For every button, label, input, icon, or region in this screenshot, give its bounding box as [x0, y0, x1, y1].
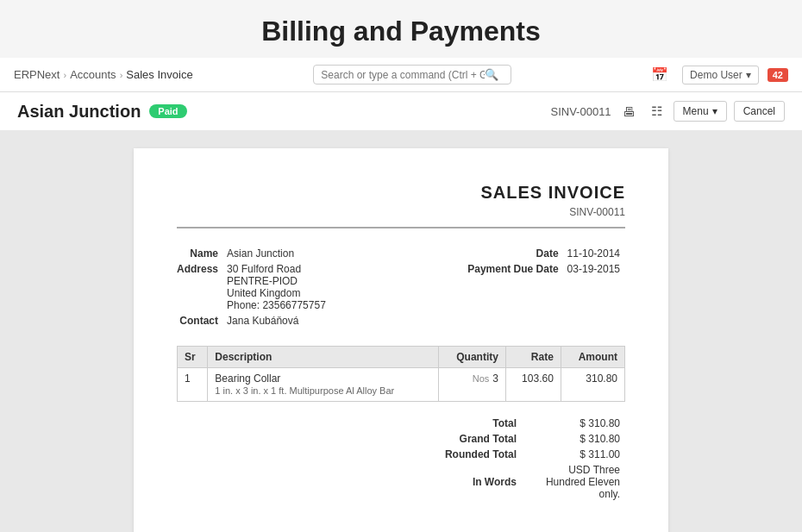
- doc-actions: SINV-00011 🖶 ☷ Menu ▾ Cancel: [551, 101, 786, 122]
- contact-value: Jana Kubáňová: [227, 313, 331, 329]
- date-value: 11-10-2014: [567, 246, 625, 261]
- user-menu-btn[interactable]: Demo User ▾: [682, 66, 759, 84]
- invoice-items-table: Sr Description Quantity Rate Amount 1 Be…: [177, 346, 625, 402]
- search-input[interactable]: [321, 69, 485, 81]
- doc-title: Asian Junction: [17, 102, 141, 122]
- invoice-party-info: Name Asian Junction Address 30 Fulford R…: [177, 246, 625, 329]
- col-description: Description: [208, 347, 439, 368]
- breadcrumb-root[interactable]: ERPNext: [14, 68, 60, 81]
- search-icon: 🔍: [485, 68, 498, 81]
- breadcrumb: ERPNext › Accounts › Sales Invoice: [14, 68, 193, 81]
- grand-total-value: $ 310.80: [522, 431, 625, 447]
- row-quantity: Nos3: [438, 368, 505, 402]
- breadcrumb-current: Sales Invoice: [126, 68, 192, 81]
- address-value: 30 Fulford Road PENTRE-PIOD United Kingd…: [227, 261, 331, 313]
- doc-header: Asian Junction Paid SINV-00011 🖶 ☷ Menu …: [0, 92, 802, 131]
- invoice-title: SALES INVOICE: [177, 183, 625, 203]
- doc-title-area: Asian Junction Paid: [17, 102, 187, 122]
- page-main-title: Billing and Payments: [0, 0, 802, 58]
- contact-label: Contact: [177, 313, 227, 329]
- grid-icon-btn[interactable]: ☷: [647, 101, 667, 122]
- row-amount: 310.80: [561, 368, 624, 402]
- status-badge: Paid: [149, 104, 186, 118]
- menu-label: Menu: [683, 105, 709, 117]
- address-label: Address: [177, 261, 227, 313]
- name-value: Asian Junction: [227, 246, 331, 261]
- notification-badge[interactable]: 42: [768, 68, 788, 82]
- name-label: Name: [177, 246, 227, 261]
- calendar-icon: 📅: [651, 67, 668, 82]
- navbar: ERPNext › Accounts › Sales Invoice 🔍 📅 D…: [0, 58, 802, 92]
- user-label: Demo User: [690, 69, 742, 81]
- rounded-total-label: Rounded Total: [440, 447, 522, 462]
- breadcrumb-accounts[interactable]: Accounts: [70, 68, 116, 81]
- payment-due-value: 03-19-2015: [567, 261, 625, 277]
- in-words-value: USD Three Hundred Eleven only.: [522, 462, 625, 502]
- invoice-paper: SALES INVOICE SINV-00011 Name Asian Junc…: [134, 148, 668, 532]
- calendar-icon-btn[interactable]: 📅: [646, 65, 674, 84]
- print-icon-btn[interactable]: 🖶: [618, 102, 640, 122]
- row-description: Bearing Collar 1 in. x 3 in. x 1 ft. Mul…: [208, 368, 439, 402]
- payment-due-label: Payment Due Date: [467, 261, 567, 277]
- cancel-button[interactable]: Cancel: [734, 101, 785, 122]
- doc-id: SINV-00011: [551, 105, 611, 118]
- table-row: 1 Bearing Collar 1 in. x 3 in. x 1 ft. M…: [178, 368, 625, 402]
- total-value: $ 310.80: [522, 416, 625, 431]
- party-left: Name Asian Junction Address 30 Fulford R…: [177, 246, 331, 329]
- col-sr: Sr: [178, 347, 208, 368]
- col-rate: Rate: [505, 347, 561, 368]
- search-bar[interactable]: 🔍: [313, 65, 511, 84]
- breadcrumb-sep-2: ›: [120, 70, 123, 80]
- col-quantity: Quantity: [438, 347, 505, 368]
- main-content: SALES INVOICE SINV-00011 Name Asian Junc…: [0, 131, 802, 532]
- total-label: Total: [440, 416, 522, 431]
- chevron-down-icon: ▾: [746, 69, 751, 81]
- grand-total-label: Grand Total: [440, 431, 522, 447]
- menu-button[interactable]: Menu ▾: [674, 101, 727, 122]
- invoice-header: SALES INVOICE SINV-00011: [177, 183, 625, 228]
- invoice-totals: Total $ 310.80 Grand Total $ 310.80 Roun…: [177, 416, 625, 502]
- row-rate: 103.60: [505, 368, 561, 402]
- row-sr: 1: [178, 368, 208, 402]
- rounded-total-value: $ 311.00: [522, 447, 625, 462]
- navbar-right: 📅 Demo User ▾ 42: [646, 65, 788, 84]
- invoice-number: SINV-00011: [177, 206, 625, 218]
- breadcrumb-sep-1: ›: [63, 70, 66, 80]
- col-amount: Amount: [561, 347, 624, 368]
- in-words-label: In Words: [440, 462, 522, 502]
- date-label: Date: [467, 246, 567, 261]
- party-right: Date 11-10-2014 Payment Due Date 03-19-2…: [467, 246, 625, 329]
- menu-chevron-icon: ▾: [712, 105, 717, 117]
